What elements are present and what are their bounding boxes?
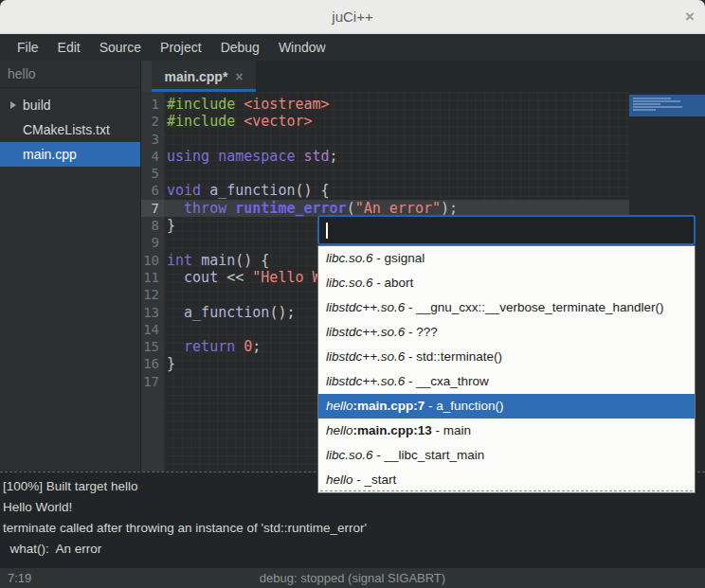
line-number[interactable]: 10 [141, 252, 164, 269]
line-number[interactable]: 6 [141, 182, 164, 199]
tab-main-cpp[interactable]: main.cpp* × [152, 61, 256, 92]
tab-label: main.cpp* [164, 69, 227, 84]
line-number[interactable]: 9 [141, 234, 164, 251]
jucipp-window: juCi++ × FileEditSourceProjectDebugWindo… [0, 0, 705, 588]
expander-icon[interactable] [10, 101, 16, 109]
sidebar-item-main-cpp[interactable]: main.cpp [0, 142, 140, 167]
output-line: Hello World! [3, 497, 702, 518]
sidebar-project-name: hello [0, 61, 140, 88]
titlebar[interactable]: juCi++ × [0, 0, 705, 34]
backtrace-item[interactable]: hello:main.cpp:13 - main [318, 419, 695, 443]
backtrace-function: - __libc_start_main [373, 448, 485, 462]
line-number-gutter: 1234567891011121314151617 [141, 92, 164, 472]
line-number[interactable]: 1 [141, 96, 164, 113]
tree-item-label: main.cpp [23, 147, 77, 162]
line-number[interactable]: 11 [141, 269, 164, 286]
backtrace-item[interactable]: libstdc++.so.6 - std::terminate() [318, 345, 695, 369]
backtrace-item[interactable]: libstdc++.so.6 - ??? [318, 320, 695, 345]
menu-item-debug[interactable]: Debug [211, 34, 269, 61]
line-number[interactable]: 15 [141, 338, 164, 355]
text-caret [326, 223, 328, 239]
menu-item-source[interactable]: Source [90, 34, 151, 61]
code-line [164, 165, 629, 182]
code-line [164, 131, 629, 148]
code-line: using namespace std; [164, 148, 629, 165]
backtrace-lib: libstdc++.so.6 [326, 374, 405, 388]
window-close-icon[interactable]: × [685, 0, 695, 33]
backtrace-function: - ??? [405, 325, 438, 339]
backtrace-item[interactable]: libc.so.6 - abort [318, 271, 695, 295]
backtrace-function: - main [432, 423, 471, 437]
backtrace-item[interactable]: libstdc++.so.6 - __cxa_throw [318, 369, 695, 394]
window-title: juCi++ [0, 0, 705, 33]
sidebar-item-build[interactable]: build [0, 93, 140, 117]
backtrace-list: libc.so.6 - gsignallibc.so.6 - abortlibs… [317, 245, 696, 493]
statusbar: 7:19 debug: stopped (signal SIGABRT) [0, 568, 705, 588]
line-number[interactable]: 7 [141, 200, 164, 217]
output-line: what(): An error [3, 539, 702, 560]
backtrace-function: - abort [373, 276, 414, 290]
backtrace-lib: libc.so.6 [326, 251, 373, 265]
backtrace-function: - __cxa_throw [405, 374, 489, 388]
menu-item-file[interactable]: File [8, 34, 48, 61]
pane-resize-handle[interactable] [141, 61, 152, 92]
backtrace-lib: hello [326, 423, 353, 437]
backtrace-item[interactable]: libc.so.6 - gsignal [318, 246, 695, 271]
backtrace-item[interactable]: hello:main.cpp:7 - a_function() [318, 394, 695, 419]
backtrace-item[interactable]: hello - _start [318, 468, 695, 492]
sidebar-item-cmakelists-txt[interactable]: CMakeLists.txt [0, 117, 140, 142]
backtrace-location: :main.cpp:7 [353, 399, 425, 413]
line-number[interactable]: 14 [141, 321, 164, 338]
line-number[interactable]: 2 [141, 113, 164, 130]
line-number[interactable]: 13 [141, 304, 164, 321]
line-number[interactable]: 8 [141, 217, 164, 234]
backtrace-lib: hello [326, 399, 353, 413]
backtrace-function: - gsignal [373, 251, 425, 265]
backtrace-lib: libstdc++.so.6 [326, 300, 405, 314]
backtrace-popup: libc.so.6 - gsignallibc.so.6 - abortlibs… [317, 215, 696, 493]
backtrace-location: :main.cpp:13 [353, 423, 432, 437]
menu-item-project[interactable]: Project [151, 34, 211, 61]
backtrace-function: - std::terminate() [405, 349, 502, 364]
source-map-slider[interactable] [629, 95, 705, 116]
line-number[interactable]: 4 [141, 148, 164, 165]
backtrace-lib: libstdc++.so.6 [326, 325, 405, 339]
output-line: terminate called after throwing an insta… [3, 518, 702, 539]
line-number[interactable]: 16 [141, 355, 164, 372]
backtrace-lib: libstdc++.so.6 [326, 349, 405, 364]
tree-item-label: CMakeLists.txt [23, 122, 110, 137]
code-line: void a_function() { [164, 182, 629, 199]
menubar: FileEditSourceProjectDebugWindow [0, 34, 705, 61]
backtrace-item[interactable]: libc.so.6 - __libc_start_main [318, 443, 695, 468]
backtrace-lib: hello [326, 472, 353, 487]
backtrace-search-input[interactable] [317, 215, 696, 245]
backtrace-function: - _start [353, 472, 397, 487]
menu-item-window[interactable]: Window [269, 34, 335, 61]
code-line: #include <iostream> [164, 96, 629, 113]
backtrace-function: - a_function() [425, 399, 503, 413]
backtrace-item[interactable]: libstdc++.so.6 - __gnu_cxx::__verbose_te… [318, 295, 695, 320]
backtrace-lib: libc.so.6 [326, 448, 373, 462]
project-sidebar: hello buildCMakeLists.txtmain.cpp [0, 61, 140, 472]
line-number[interactable]: 17 [141, 373, 164, 390]
line-number[interactable]: 3 [141, 131, 164, 148]
backtrace-function: - __gnu_cxx::__verbose_terminate_handler… [405, 300, 663, 314]
file-tree: buildCMakeLists.txtmain.cpp [0, 88, 140, 167]
line-number[interactable]: 12 [141, 286, 164, 303]
debug-status: debug: stopped (signal SIGABRT) [0, 568, 705, 588]
tab-bar: main.cpp* × [141, 61, 705, 92]
tree-item-label: build [23, 98, 51, 113]
backtrace-lib: libc.so.6 [326, 276, 373, 290]
line-number[interactable]: 5 [141, 165, 164, 182]
code-line: #include <vector> [164, 113, 629, 130]
tab-close-icon[interactable]: × [235, 69, 243, 84]
menu-item-edit[interactable]: Edit [48, 34, 90, 61]
